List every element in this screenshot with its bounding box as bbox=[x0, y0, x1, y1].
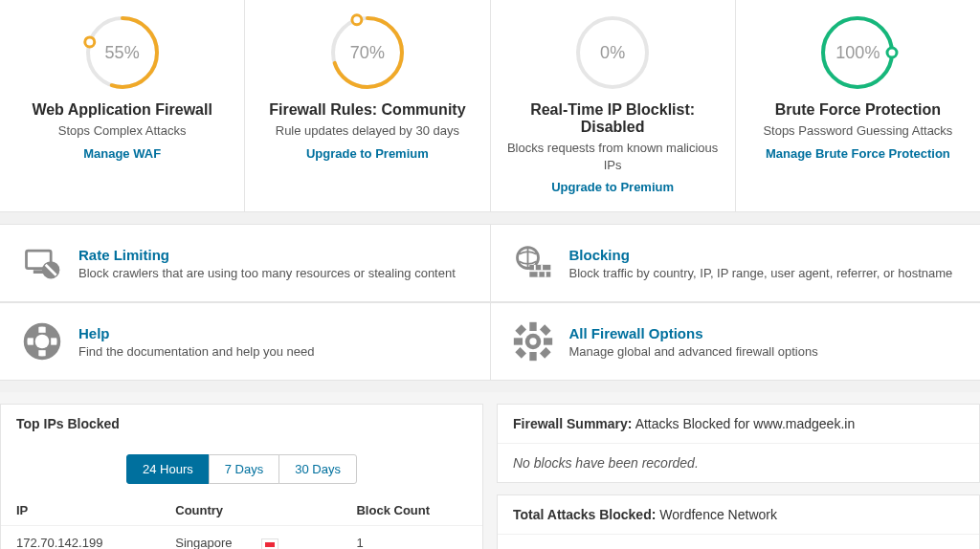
stat-link[interactable]: Upgrade to Premium bbox=[551, 180, 674, 194]
firewall-summary-empty: No blocks have been recorded. bbox=[498, 444, 979, 482]
stat-card-1: 70% Firewall Rules: Community Rule updat… bbox=[245, 0, 490, 211]
flag-icon bbox=[261, 538, 278, 549]
option-title[interactable]: All Firewall Options bbox=[569, 325, 818, 341]
option-desc: Block traffic by country, IP, IP range, … bbox=[569, 266, 953, 280]
stat-desc: Stops Complex Attacks bbox=[10, 122, 234, 140]
progress-ring: 100% bbox=[814, 10, 901, 96]
blocking-icon bbox=[512, 242, 554, 284]
stat-card-2: 0% Real-Time IP Blocklist: Disabled Bloc… bbox=[491, 0, 736, 211]
stat-percent: 70% bbox=[350, 43, 385, 63]
col-ip: IP bbox=[1, 495, 160, 526]
svg-point-23 bbox=[35, 335, 50, 349]
progress-ring: 55% bbox=[79, 10, 166, 96]
stat-title: Web Application Firewall bbox=[10, 101, 234, 119]
svg-rect-33 bbox=[513, 338, 522, 344]
stat-link[interactable]: Upgrade to Premium bbox=[306, 146, 429, 161]
option-rate limiting[interactable]: Rate Limiting Block crawlers that are us… bbox=[0, 225, 491, 301]
svg-rect-31 bbox=[529, 322, 536, 331]
firewall-summary-header: Firewall Summary: Attacks Blocked for ww… bbox=[498, 405, 979, 444]
stat-link[interactable]: Manage Brute Force Protection bbox=[766, 146, 950, 161]
svg-rect-34 bbox=[544, 338, 552, 344]
stat-desc: Stops Password Guessing Attacks bbox=[746, 122, 970, 140]
rate limiting-icon bbox=[21, 242, 63, 284]
progress-ring: 0% bbox=[569, 10, 656, 96]
tab-7 days[interactable]: 7 Days bbox=[209, 454, 279, 484]
stat-desc: Blocks requests from known malicious IPs bbox=[501, 140, 725, 173]
option-desc: Block crawlers that are using too many r… bbox=[78, 266, 456, 280]
option-blocking[interactable]: Blocking Block traffic by country, IP, I… bbox=[491, 225, 981, 301]
option-help[interactable]: Help Find the documentation and help you… bbox=[0, 303, 491, 380]
svg-rect-32 bbox=[529, 352, 536, 361]
option-title[interactable]: Rate Limiting bbox=[78, 247, 456, 263]
svg-rect-38 bbox=[539, 347, 550, 359]
option-all firewall options[interactable]: All Firewall Options Manage global and a… bbox=[491, 303, 981, 380]
all firewall options-icon bbox=[512, 320, 554, 362]
stat-percent: 55% bbox=[105, 43, 140, 63]
svg-point-39 bbox=[529, 338, 536, 344]
stat-title: Firewall Rules: Community bbox=[255, 101, 479, 119]
ip-table: IP Country Block Count 172.70.142.199 Si… bbox=[1, 495, 482, 549]
svg-rect-35 bbox=[515, 324, 526, 336]
stat-title: Brute Force Protection bbox=[746, 101, 970, 119]
col-country: Country bbox=[160, 495, 341, 526]
tab-24 hours[interactable]: 24 Hours bbox=[126, 454, 210, 484]
svg-rect-37 bbox=[515, 347, 526, 359]
option-desc: Find the documentation and help you need bbox=[78, 344, 314, 359]
option-title[interactable]: Help bbox=[78, 325, 314, 341]
stat-title: Real-Time IP Blocklist: Disabled bbox=[501, 101, 725, 136]
svg-rect-17 bbox=[529, 272, 550, 277]
col-count: Block Count bbox=[341, 495, 482, 526]
option-title[interactable]: Blocking bbox=[569, 247, 953, 263]
stat-card-0: 55% Web Application Firewall Stops Compl… bbox=[0, 0, 245, 211]
total-attacks-header: Total Attacks Blocked: Wordfence Network bbox=[498, 495, 979, 535]
cell-ip: 172.70.142.199 bbox=[1, 526, 160, 549]
progress-ring: 70% bbox=[324, 10, 411, 96]
stat-desc: Rule updates delayed by 30 days bbox=[255, 122, 479, 140]
stat-percent: 0% bbox=[600, 43, 625, 63]
tab-30 days[interactable]: 30 Days bbox=[278, 454, 357, 484]
svg-point-2 bbox=[84, 37, 94, 47]
stat-card-3: 100% Brute Force Protection Stops Passwo… bbox=[736, 0, 980, 211]
top-ips-title: Top IPs Blocked bbox=[1, 405, 482, 445]
cell-country: Singapore bbox=[160, 526, 341, 549]
svg-point-5 bbox=[352, 15, 362, 25]
svg-point-10 bbox=[887, 48, 897, 57]
cell-count: 1 bbox=[341, 526, 482, 549]
help-icon bbox=[21, 320, 63, 362]
option-desc: Manage global and advanced firewall opti… bbox=[569, 344, 818, 359]
svg-rect-16 bbox=[529, 265, 550, 271]
stat-percent: 100% bbox=[835, 43, 880, 63]
table-row: 172.70.142.199 Singapore 1 bbox=[1, 526, 482, 549]
svg-rect-36 bbox=[539, 324, 550, 336]
stat-link[interactable]: Manage WAF bbox=[83, 146, 161, 161]
